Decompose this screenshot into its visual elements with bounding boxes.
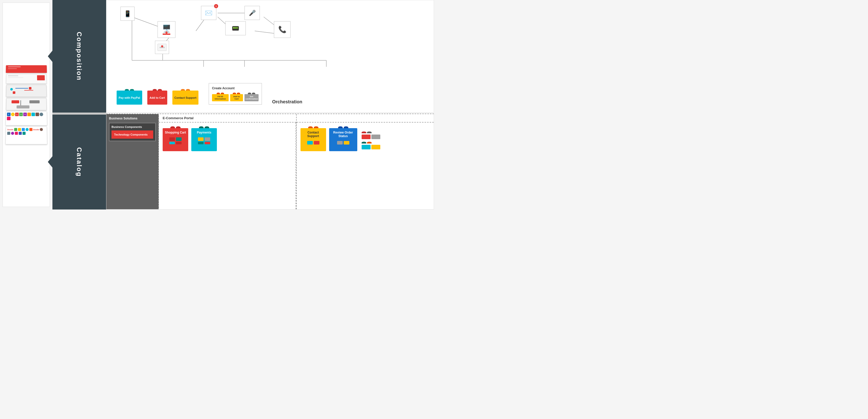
stack-layer-6: Doodie Doodie: [5, 126, 47, 144]
stack-layer-5: P ⭐ G U FE: [5, 111, 47, 125]
stack-layer-1: [6, 65, 47, 73]
lego-fill-id: Fill ID Information: [212, 93, 229, 101]
lego-contact-support[interactable]: Contact Support: [173, 89, 198, 104]
composition-diagram-area: 📱 🖥️ ! ✉️ 1 🎤 📟: [106, 0, 434, 113]
business-solutions-panel: Business Solutions Business Components T…: [106, 114, 159, 209]
node-diagram: 📱 🖥️ ! ✉️ 1 🎤 📟: [106, 0, 434, 67]
catalog-extra-blocks: [362, 131, 380, 149]
section-labels-panel: Composition Catalog: [53, 0, 106, 210]
catalog-items-row: Shopping Cart: [159, 122, 296, 209]
layer-stack: P ⭐ G U FE Doodie Doodie: [5, 8, 47, 202]
ecommerce-portal-area: E-Commerce Portal Shopping Cart: [159, 114, 296, 209]
business-solutions-title: Business Solutions: [109, 117, 156, 120]
catalog-second-section: . Contact Support: [296, 114, 434, 209]
node-voip: 🎤: [245, 6, 260, 20]
catalog-item-review-order-status[interactable]: Review Order Status: [329, 126, 357, 151]
lego-add-cart-small: Add to Cart: [230, 93, 243, 101]
orchestration-label: Orchestration: [272, 99, 302, 104]
main-content: 📱 🖥️ ! ✉️ 1 🎤 📟: [106, 0, 434, 210]
node-mobile: 📱: [120, 7, 134, 21]
catalog-items-row-2: Contact Support Review Order Statu: [297, 122, 434, 209]
connections-svg: [106, 0, 434, 67]
stack-layer-4: [6, 98, 46, 110]
node-scanner: 📟: [225, 21, 246, 35]
catalog-label: Catalog: [53, 115, 106, 210]
screenshot-stack-panel: P ⭐ G U FE Doodie Doodie: [3, 3, 50, 207]
node-phone: 📞: [274, 21, 290, 38]
technology-components-box: Technology Components: [112, 130, 153, 139]
stack-layer-2: [6, 74, 46, 84]
create-account-box: Create Account Fill ID Information: [209, 83, 262, 104]
ecommerce-title: E-Commerce Portal: [159, 114, 296, 122]
node-desktop: 🖥️ !: [158, 21, 176, 38]
lego-get-confirmation: Get confirmation: [245, 93, 258, 101]
lego-add-to-cart[interactable]: Add to Cart: [147, 89, 167, 104]
catalog-area: Business Solutions Business Components T…: [106, 114, 434, 210]
business-components-box: Business Components Technology Component…: [109, 123, 156, 141]
svg-line-6: [255, 31, 275, 33]
components-row: Pay with PayPal Add to Cart: [112, 81, 429, 107]
composition-label: Composition: [53, 0, 106, 113]
catalog-item-contact-support[interactable]: Contact Support: [301, 126, 326, 151]
node-alert: !: [155, 41, 169, 54]
catalog-item-payments[interactable]: Payments: [191, 126, 217, 151]
node-email: ✉️ 1: [201, 6, 216, 20]
catalog-item-shopping-cart[interactable]: Shopping Cart: [163, 126, 188, 151]
section-separator: [53, 113, 106, 115]
stack-layer-3: [6, 85, 46, 97]
lego-pay-with-paypal[interactable]: Pay with PayPal: [117, 89, 142, 104]
